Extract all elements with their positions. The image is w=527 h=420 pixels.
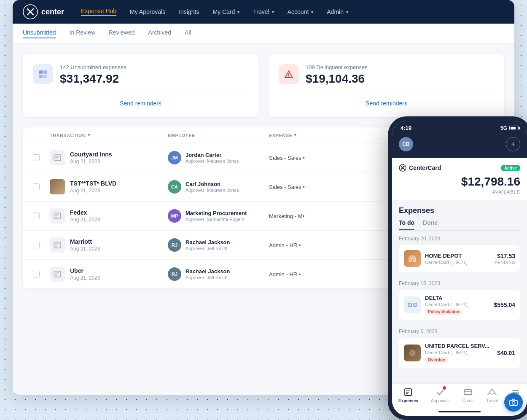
tx-icon-5 (50, 267, 65, 282)
bottom-nav-travel[interactable]: Travel (486, 387, 497, 403)
nav-travel[interactable]: Travel (253, 8, 274, 15)
cards-nav-icon (463, 387, 473, 397)
row-checkbox-3[interactable] (33, 213, 40, 219)
unsubmitted-send-reminders[interactable]: Send reminders (120, 100, 161, 107)
svg-rect-4 (43, 75, 47, 78)
row-checkbox-4[interactable] (33, 242, 40, 248)
svg-rect-26 (510, 400, 517, 406)
svg-point-6 (288, 76, 289, 77)
row-checkbox-2[interactable] (33, 183, 40, 190)
expense-item-ups[interactable]: UNITED PARCEL SERV... CenterCard (...667… (399, 338, 520, 368)
phone-header: CB + (392, 134, 527, 158)
tabs-bar: Unsubmitted In Review Reviewed Archived … (13, 24, 514, 44)
badge-overdue: Overdue (425, 357, 448, 363)
nav-insights[interactable]: Insights (179, 8, 199, 15)
date-label-feb15: February 15, 2023 (399, 280, 520, 286)
sort-icon-expense[interactable]: ▾ (294, 132, 297, 138)
nav-my-card[interactable]: My Card (212, 8, 239, 15)
amount-delta: $555.04 (494, 302, 515, 308)
logo-text: center (41, 8, 64, 16)
user-avatar[interactable]: CB (399, 137, 413, 151)
unsubmitted-label: 142 Unsubmitted expenses (60, 64, 126, 70)
tab-unsubmitted[interactable]: Unsubmitted (23, 29, 56, 38)
tx-date-3: Aug 21, 2023 (70, 217, 100, 223)
logo[interactable]: center (23, 4, 64, 19)
delinquent-send-reminders[interactable]: Send reminders (366, 100, 407, 107)
emp-name-4: Rachael Jackson (186, 239, 230, 245)
employee-cell-3: MP Marketing Procurement Approver: Saman… (168, 209, 269, 223)
camera-button[interactable] (504, 393, 523, 412)
stats-row: 142 Unsubmitted expenses $31,347.92 Send… (23, 54, 504, 117)
emp-approver-1: Approver: Maureen Jones (186, 159, 239, 164)
employee-cell-2: CA Carl Johnson Approver: Maureen Jones (168, 180, 269, 194)
approvals-nav-icon (435, 387, 445, 397)
nav-admin[interactable]: Admin (327, 8, 348, 15)
nav-expense-hub[interactable]: Expense Hub (81, 8, 116, 16)
svg-rect-32 (464, 390, 472, 395)
bottom-nav-expenses[interactable]: Expenses (398, 387, 418, 403)
expense-tab-done[interactable]: Done (423, 219, 438, 230)
card-ups: CenterCard (...6671) (425, 350, 493, 355)
tx-date-4: Aug 21, 2023 (70, 246, 100, 252)
tx-date-1: Aug 21, 2023 (70, 159, 112, 164)
avatar-1: JM (168, 151, 181, 164)
sort-icon-transaction[interactable]: ▾ (88, 132, 91, 138)
battery-icon (509, 126, 519, 130)
battery-fill (511, 127, 516, 129)
card-brand-row: CenterCard Active (399, 164, 520, 172)
expense-info-delta: DELTA CenterCard (...6671) Policy Violat… (425, 295, 489, 315)
active-badge: Active (501, 165, 520, 171)
nav-account[interactable]: Account (288, 8, 314, 15)
status-right: 5G (500, 125, 519, 131)
amount-homedepot: $17.53 PENDING (495, 253, 515, 265)
tx-name-2: TST**TST* BLVD (70, 180, 116, 187)
expense-thumb-homedepot (404, 250, 421, 267)
nav-label-cards: Cards (462, 398, 474, 403)
nav-label-approvals: Approvals (431, 398, 449, 403)
tx-icon-3 (50, 208, 65, 223)
add-button[interactable]: + (506, 137, 520, 151)
emp-approver-2: Approver: Maureen Jones (186, 188, 239, 193)
phone-outer: 4:19 5G CB + (388, 116, 527, 420)
transaction-cell-3: Fedex Aug 21, 2023 (50, 208, 168, 223)
expense-cell-4: Admin - HR • (269, 242, 353, 248)
unsubmitted-stat-card: 142 Unsubmitted expenses $31,347.92 Send… (23, 54, 258, 117)
employee-cell-4: RJ Rachael Jackson Approver: Jeff Smith (168, 238, 269, 252)
transaction-cell-5: Uber Aug 21, 2023 (50, 267, 168, 282)
tab-all[interactable]: All (185, 29, 191, 38)
expense-tab-todo[interactable]: To do (399, 219, 414, 230)
emp-approver-3: Approver: Samantha Rogers (186, 217, 247, 222)
delinquent-label: 109 Delinquent expenses (306, 64, 368, 70)
nav-my-approvals[interactable]: My Approvals (130, 8, 165, 15)
card-available-label: AVAILABLE (399, 189, 520, 194)
home-bar (438, 411, 481, 412)
card-homedepot: CenterCard (...6671) (425, 260, 490, 265)
bottom-nav-approvals[interactable]: Approvals (431, 387, 449, 403)
date-label-feb20: February 20, 2023 (399, 236, 520, 242)
merchant-homedepot: HOME DEPOT (425, 253, 490, 259)
tab-archived[interactable]: Archived (148, 29, 171, 38)
row-checkbox-1[interactable] (33, 154, 40, 161)
nav-label-travel: Travel (486, 398, 497, 403)
expenses-header: Expenses To do Done (392, 200, 527, 231)
expense-item-delta[interactable]: DELTA CenterCard (...6671) Policy Violat… (399, 290, 520, 320)
phone-mockup: 4:19 5G CB + (388, 116, 527, 420)
merchant-ups: UNITED PARCEL SERV... (425, 343, 493, 349)
tab-reviewed[interactable]: Reviewed (109, 29, 134, 38)
tx-date-2: Aug 21, 2023 (70, 188, 116, 194)
expense-item-homedepot[interactable]: HOME DEPOT CenterCard (...6671) $17.53 P… (399, 245, 520, 272)
svg-rect-25 (414, 303, 417, 307)
home-indicator (392, 408, 527, 416)
svg-rect-24 (408, 303, 411, 307)
tx-icon-2 (50, 179, 65, 194)
tab-in-review[interactable]: In Review (70, 29, 95, 38)
travel-nav-icon (487, 387, 497, 397)
employee-cell-1: JM Jordan Carter Approver: Maureen Jones (168, 151, 269, 164)
th-employee: EMPLOYEE (168, 133, 269, 138)
emp-name-1: Jordan Carter (186, 152, 239, 158)
row-checkbox-5[interactable] (33, 271, 40, 277)
bottom-nav-cards[interactable]: Cards (462, 387, 474, 403)
badge-violation: Policy Violation (425, 309, 462, 315)
card-brand: CenterCard (399, 164, 441, 172)
emp-name-3: Marketing Procurement (186, 210, 247, 216)
